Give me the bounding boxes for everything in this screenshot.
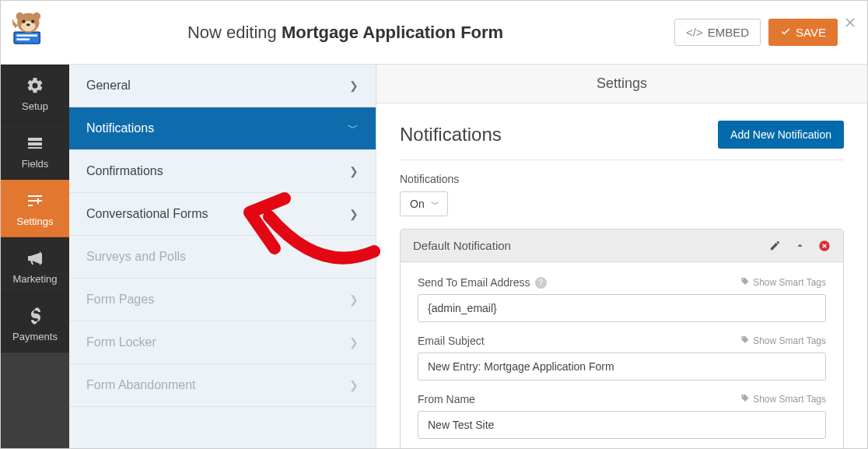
sliders-icon (25, 191, 45, 211)
sidebar-label-payments: Payments (12, 331, 58, 342)
settings-label-formabandon: Form Abandonment (86, 378, 196, 392)
main-sidebar: Setup Fields Settings Marketing (1, 65, 69, 448)
page-title: Settings (376, 65, 867, 103)
sidebar-label-settings: Settings (17, 216, 54, 227)
collapse-icon[interactable] (793, 240, 806, 252)
settings-label-general: General (86, 79, 131, 93)
notifications-toggle-value: On (410, 198, 425, 210)
settings-item-formabandon[interactable]: Form Abandonment ❯ (69, 364, 376, 407)
svg-point-5 (33, 12, 40, 20)
svg-rect-2 (16, 38, 30, 40)
sidebar-label-setup: Setup (22, 100, 48, 112)
subject-input[interactable] (418, 353, 826, 381)
embed-button[interactable]: </> EMBED (674, 19, 761, 46)
help-icon[interactable]: ? (535, 277, 547, 289)
settings-item-surveys[interactable]: Surveys and Polls ❯ (69, 236, 376, 279)
svg-rect-1 (16, 34, 37, 37)
form-name: Mortgage Application Form (282, 23, 503, 42)
sidebar-item-fields[interactable]: Fields (1, 122, 69, 180)
send-to-input[interactable] (418, 294, 826, 322)
add-notification-button[interactable]: Add New Notification (718, 121, 844, 149)
settings-item-confirmations[interactable]: Confirmations ❯ (69, 150, 376, 193)
sidebar-label-fields: Fields (22, 158, 49, 170)
settings-label-conversational: Conversational Forms (86, 207, 208, 221)
chevron-down-icon: ﹀ (431, 198, 439, 210)
settings-label-formpages: Form Pages (86, 293, 154, 307)
chevron-right-icon: ❯ (349, 379, 359, 391)
dollar-icon (25, 306, 45, 326)
content-area: Settings Notifications Add New Notificat… (376, 65, 867, 448)
smart-tags-link[interactable]: Show Smart Tags (740, 277, 826, 289)
chevron-down-icon: ﹀ (348, 121, 359, 135)
from-name-input[interactable] (418, 411, 826, 439)
svg-rect-0 (14, 32, 40, 44)
save-button[interactable]: SAVE (768, 19, 838, 46)
settings-item-general[interactable]: General ❯ (69, 65, 376, 107)
chevron-right-icon: ❯ (349, 293, 359, 306)
chevron-right-icon: ❯ (349, 336, 359, 349)
chevron-right-icon: ❯ (349, 251, 359, 263)
settings-label-formlocker: Form Locker (86, 335, 156, 349)
delete-icon[interactable] (818, 240, 831, 252)
save-label: SAVE (796, 26, 826, 39)
sidebar-item-settings[interactable]: Settings (1, 180, 69, 237)
smart-tags-link[interactable]: Show Smart Tags (740, 394, 826, 405)
check-icon (780, 26, 791, 39)
subject-label: Email Subject (418, 335, 485, 347)
notification-card-header: Default Notification (401, 230, 843, 262)
svg-point-8 (31, 20, 34, 23)
settings-item-conversational[interactable]: Conversational Forms ❯ (69, 193, 376, 236)
code-icon: </> (686, 26, 703, 39)
notification-title: Default Notification (413, 239, 511, 252)
top-bar: Now editing Mortgage Application Form </… (1, 1, 867, 65)
edit-icon[interactable] (768, 240, 781, 252)
settings-item-notifications[interactable]: Notifications ﹀ (69, 107, 376, 150)
smart-tags-link[interactable]: Show Smart Tags (740, 335, 826, 347)
list-icon (25, 133, 45, 153)
notifications-toggle-label: Notifications (400, 173, 844, 185)
settings-label-confirmations: Confirmations (86, 164, 163, 178)
editing-title: Now editing Mortgage Application Form (16, 23, 674, 43)
svg-point-9 (26, 23, 30, 26)
svg-rect-10 (28, 138, 42, 141)
tag-icon (740, 335, 750, 347)
embed-label: EMBED (708, 26, 749, 39)
chevron-right-icon: ❯ (349, 79, 359, 92)
settings-label-notifications: Notifications (86, 121, 154, 135)
settings-label-surveys: Surveys and Polls (86, 250, 186, 264)
settings-subpanel[interactable]: General ❯ Notifications ﹀ Confirmations … (69, 65, 376, 448)
close-icon[interactable] (842, 12, 858, 36)
notification-card: Default Notification (400, 229, 844, 448)
sidebar-item-setup[interactable]: Setup (1, 65, 69, 122)
chevron-right-icon: ❯ (349, 208, 359, 220)
svg-point-4 (16, 12, 24, 20)
section-title: Notifications (400, 124, 502, 146)
sidebar-label-marketing: Marketing (12, 273, 57, 285)
sidebar-item-payments[interactable]: Payments (1, 295, 69, 353)
chevron-right-icon: ❯ (349, 165, 359, 177)
svg-point-7 (22, 20, 25, 23)
gear-icon (25, 75, 45, 96)
send-to-label: Send To Email Address ? (418, 276, 547, 289)
svg-rect-11 (28, 142, 42, 146)
app-logo (10, 9, 49, 47)
sidebar-item-marketing[interactable]: Marketing (1, 237, 69, 295)
bullhorn-icon (25, 248, 45, 268)
notifications-toggle-select[interactable]: On ﹀ (400, 191, 448, 216)
settings-item-formpages[interactable]: Form Pages ❯ (69, 279, 376, 321)
tag-icon (740, 394, 750, 405)
settings-item-formlocker[interactable]: Form Locker ❯ (69, 321, 376, 364)
tag-icon (740, 277, 750, 289)
editing-prefix: Now editing (187, 23, 277, 42)
from-name-label: From Name (418, 393, 475, 405)
svg-rect-12 (28, 147, 42, 149)
